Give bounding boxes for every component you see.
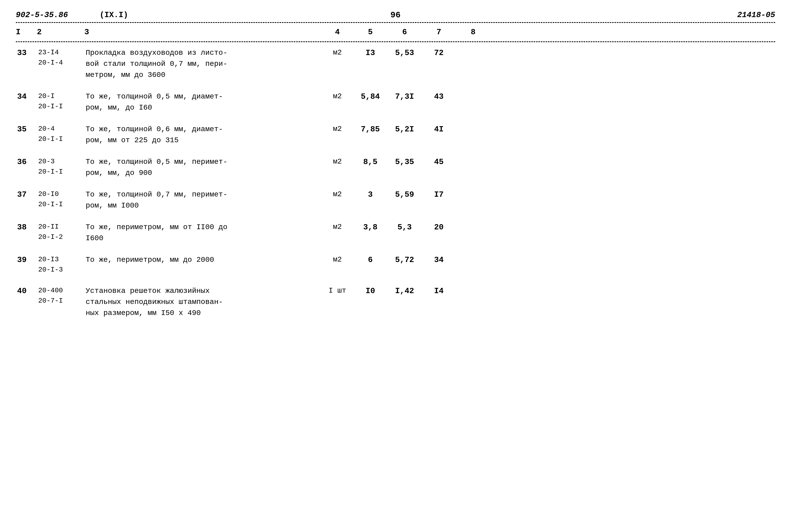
table-row: 35 20-420-I-I То же, толщиной 0,6 мм, ди…: [16, 124, 775, 146]
page-number: 96: [390, 10, 400, 20]
row-40-num: 40: [16, 285, 37, 296]
row-38-col6: 5,3: [387, 222, 422, 232]
row-35-code: 20-420-I-I: [37, 124, 84, 144]
row-35-num: 35: [16, 124, 37, 134]
row-34-code: 20-I20-I-I: [37, 91, 84, 112]
row-36-col8: [456, 156, 490, 157]
table-row: 40 20-40020-7-I Установка решеток жалюзи…: [16, 285, 775, 319]
top-divider: [16, 22, 775, 23]
row-33-col5: I3: [353, 48, 387, 57]
row-36-num: 36: [16, 156, 37, 167]
row-38-unit: м2: [321, 222, 353, 231]
row-36-code: 20-320-I-I: [37, 156, 84, 177]
header-divider: [16, 41, 775, 42]
column-headers: I 2 3 4 5 6 7 8: [16, 25, 775, 39]
table-row: 37 20-I020-I-I То же, толщиной 0,7 мм, п…: [16, 189, 775, 211]
row-38-num: 38: [16, 222, 37, 232]
row-37-col8: [456, 189, 490, 190]
row-36-col6: 5,35: [387, 156, 422, 167]
row-34-col7: 43: [422, 91, 456, 101]
table-row: 39 20-I320-I-3 То же, периметром, мм до …: [16, 254, 775, 275]
col-header-5: 5: [353, 28, 387, 37]
section-label: (IX.I): [99, 11, 128, 19]
row-37-num: 37: [16, 189, 37, 199]
row-36-col5: 8,5: [353, 156, 387, 167]
row-33-col7: 72: [422, 48, 456, 57]
row-33-col8: [456, 48, 490, 49]
table-row: 34 20-I20-I-I То же, толщиной 0,5 мм, ди…: [16, 91, 775, 113]
col-header-1: I: [16, 28, 37, 37]
row-37-col7: I7: [422, 189, 456, 199]
col-header-2: 2: [37, 28, 84, 37]
row-35-col6: 5,2I: [387, 124, 422, 134]
row-35-unit: м2: [321, 124, 353, 133]
row-37-col5: 3: [353, 189, 387, 199]
row-40-unit: I шт: [321, 285, 353, 295]
row-40-col7: I4: [422, 285, 456, 296]
row-33-num: 33: [16, 48, 37, 57]
row-40-col5: I0: [353, 285, 387, 296]
row-39-code: 20-I320-I-3: [37, 254, 84, 275]
row-33-col6: 5,53: [387, 48, 422, 57]
row-35-col8: [456, 124, 490, 125]
row-33-desc: Прокладка воздуховодов из листо-вой стал…: [84, 48, 321, 81]
row-35-col5: 7,85: [353, 124, 387, 134]
row-34-col8: [456, 91, 490, 92]
row-35-desc: То же, толщиной 0,6 мм, диамет-ром, мм о…: [84, 124, 321, 146]
row-38-code: 20-II20-I-2: [37, 222, 84, 242]
table-row: 33 23-I420-I-4 Прокладка воздуховодов из…: [16, 48, 775, 81]
doc-number: 21418-05: [737, 11, 775, 19]
row-39-num: 39: [16, 254, 37, 264]
col-header-3: 3: [84, 28, 321, 37]
row-36-desc: То же, толщиной 0,5 мм, перимет-ром, мм,…: [84, 156, 321, 178]
row-39-unit: м2: [321, 254, 353, 264]
row-39-col5: 6: [353, 254, 387, 264]
table-row: 36 20-320-I-I То же, толщиной 0,5 мм, пе…: [16, 156, 775, 178]
row-40-code: 20-40020-7-I: [37, 285, 84, 306]
col-header-6: 6: [387, 28, 422, 37]
col-header-4: 4: [321, 28, 353, 37]
row-39-col7: 34: [422, 254, 456, 264]
row-39-col8: [456, 254, 490, 255]
row-35-col7: 4I: [422, 124, 456, 134]
table-body: 33 23-I420-I-4 Прокладка воздуховодов из…: [16, 48, 775, 319]
row-40-desc: Установка решеток жалюзийныхстальных неп…: [84, 285, 321, 319]
row-36-unit: м2: [321, 156, 353, 166]
row-37-col6: 5,59: [387, 189, 422, 199]
row-34-col5: 5,84: [353, 91, 387, 101]
doc-code: 902-5-35.86: [16, 11, 68, 19]
row-38-col5: 3,8: [353, 222, 387, 232]
row-36-col7: 45: [422, 156, 456, 167]
table-row: 38 20-II20-I-2 То же, периметром, мм от …: [16, 222, 775, 244]
row-40-col6: I,42: [387, 285, 422, 296]
row-37-code: 20-I020-I-I: [37, 189, 84, 210]
row-38-col8: [456, 222, 490, 223]
row-33-unit: м2: [321, 48, 353, 57]
col-header-8: 8: [456, 28, 490, 37]
row-37-unit: м2: [321, 189, 353, 198]
row-39-col6: 5,72: [387, 254, 422, 264]
row-34-col6: 7,3I: [387, 91, 422, 101]
row-34-desc: То же, толщиной 0,5 мм, диамет-ром, мм, …: [84, 91, 321, 113]
row-38-desc: То же, периметром, мм от II00 доI600: [84, 222, 321, 244]
row-37-desc: То же, толщиной 0,7 мм, перимет-ром, мм …: [84, 189, 321, 211]
col-header-7: 7: [422, 28, 456, 37]
row-40-col8: [456, 285, 490, 287]
row-34-num: 34: [16, 91, 37, 101]
row-34-unit: м2: [321, 91, 353, 100]
row-39-desc: То же, периметром, мм до 2000: [84, 254, 321, 265]
row-38-col7: 20: [422, 222, 456, 232]
row-33-code: 23-I420-I-4: [37, 48, 84, 68]
